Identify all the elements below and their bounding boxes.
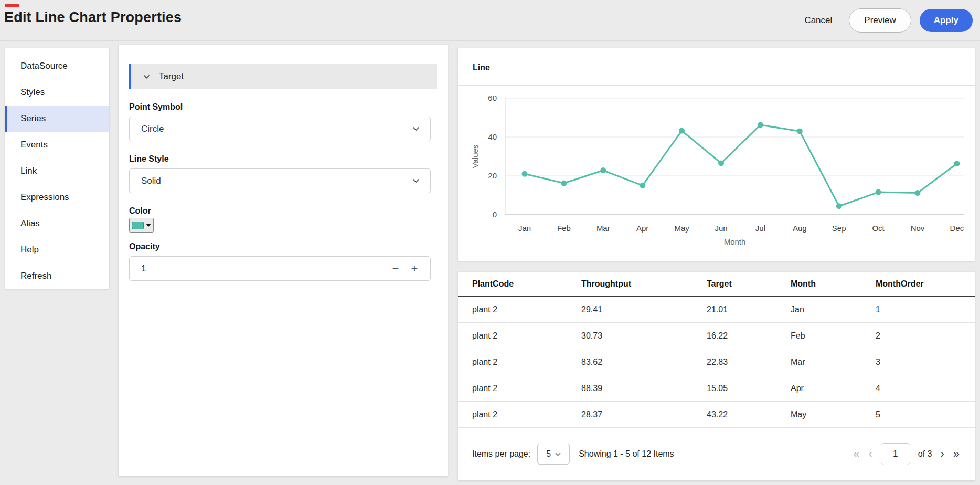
x-tick-label: Sep — [832, 224, 846, 233]
apply-button[interactable]: Apply — [920, 9, 973, 32]
table-cell: 3 — [876, 357, 975, 367]
accent-bar — [5, 4, 19, 7]
data-point — [679, 128, 685, 134]
showing-text: Showing 1 - 5 of 12 Items — [579, 449, 674, 459]
opacity-increment-button[interactable]: + — [405, 259, 424, 278]
x-axis-title: Month — [724, 237, 746, 246]
x-tick-label: May — [674, 224, 689, 233]
items-per-page-value: 5 — [546, 449, 551, 459]
y-tick-label: 20 — [488, 171, 497, 180]
sidebar-item-styles[interactable]: Styles — [5, 79, 109, 106]
point-symbol-value: Circle — [141, 124, 164, 134]
table-row: plant 228.3743.22May5 — [458, 402, 975, 428]
column-header-monthorder: MonthOrder — [876, 279, 975, 289]
table-cell: plant 2 — [472, 331, 581, 341]
table-cell: 1 — [876, 305, 975, 314]
sidebar-item-help[interactable]: Help — [5, 237, 109, 263]
table-cell: plant 2 — [472, 305, 581, 314]
table-cell: 4 — [876, 384, 975, 393]
cancel-button[interactable]: Cancel — [796, 15, 840, 26]
line-style-select[interactable]: Solid — [129, 168, 431, 193]
line-style-value: Solid — [141, 176, 161, 186]
column-header-plantcode: PlantCode — [472, 279, 581, 289]
page-number-input[interactable]: 1 — [881, 443, 910, 465]
line-chart: 0204060JanFebMarAprMayJunJulAugSepOctNov… — [458, 86, 975, 261]
last-page-button[interactable]: » — [953, 448, 960, 460]
first-page-button[interactable]: « — [853, 448, 860, 460]
column-header-throughtput: Throughtput — [581, 279, 707, 289]
data-point — [797, 128, 803, 134]
opacity-decrement-button[interactable]: − — [386, 259, 405, 278]
sidebar-item-alias[interactable]: Alias — [5, 210, 109, 237]
chart-card: Line 0204060JanFebMarAprMayJunJulAugSepO… — [458, 48, 975, 261]
pagination-bar: Items per page: 5 Showing 1 - 5 of 12 It… — [458, 428, 975, 480]
table-cell: May — [791, 410, 876, 419]
data-point — [915, 190, 921, 196]
table-row: plant 288.3915.05Apr4 — [458, 375, 975, 402]
page-header: Edit Line Chart Properties Cancel Previe… — [0, 0, 980, 41]
table-cell: 28.37 — [581, 410, 707, 419]
x-tick-label: Dec — [950, 224, 964, 233]
sidebar-item-datasource[interactable]: DataSource — [5, 53, 109, 79]
table-cell: Jan — [791, 305, 876, 314]
x-tick-label: Oct — [872, 224, 885, 233]
column-header-month: Month — [791, 279, 876, 289]
data-point — [876, 189, 881, 195]
chart-title: Line — [458, 48, 975, 86]
table-cell: 83.62 — [581, 357, 707, 367]
sidebar-item-events[interactable]: Events — [5, 132, 109, 158]
sidebar-item-expressions[interactable]: Expressions — [5, 184, 109, 210]
table-cell: plant 2 — [472, 410, 581, 419]
point-symbol-label: Point Symbol — [129, 102, 431, 112]
point-symbol-select[interactable]: Circle — [129, 117, 431, 141]
items-per-page-select[interactable]: 5 — [537, 444, 570, 465]
table-cell: 88.39 — [581, 384, 707, 393]
x-tick-label: Aug — [793, 224, 807, 233]
data-point — [640, 183, 645, 188]
opacity-label: Opacity — [129, 242, 431, 251]
data-point — [600, 167, 606, 173]
header-actions: Cancel Preview Apply — [796, 8, 973, 33]
chevron-down-icon — [143, 75, 150, 79]
data-point — [954, 161, 960, 166]
x-tick-label: Jul — [755, 224, 765, 233]
target-section-header[interactable]: Target — [129, 64, 437, 89]
color-picker-button[interactable] — [129, 218, 154, 233]
x-tick-label: Jan — [518, 224, 531, 233]
opacity-input[interactable]: 1 − + — [129, 256, 431, 281]
page-controls: « ‹ 1 of 3 › » — [853, 443, 960, 465]
column-header-target: Target — [707, 279, 791, 289]
table-row: plant 229.4121.01Jan1 — [458, 297, 975, 323]
table-cell: 22.83 — [707, 357, 791, 367]
page-title: Edit Line Chart Properties — [4, 9, 182, 26]
x-tick-label: Apr — [636, 224, 648, 233]
prev-page-button[interactable]: ‹ — [868, 448, 872, 460]
table-cell: Apr — [791, 384, 876, 393]
items-per-page-label: Items per page: — [472, 449, 530, 459]
table-header-row: PlantCodeThroughtputTargetMonthMonthOrde… — [458, 272, 975, 297]
table-cell: Mar — [791, 357, 876, 367]
caret-down-icon — [146, 224, 151, 227]
table-cell: 30.73 — [581, 331, 707, 341]
sidebar-item-series[interactable]: Series — [5, 106, 109, 132]
y-tick-label: 60 — [488, 93, 497, 102]
data-point — [836, 203, 842, 209]
table-cell: 2 — [876, 331, 975, 341]
table-row: plant 230.7316.22Feb2 — [458, 323, 975, 349]
next-page-button[interactable]: › — [940, 448, 944, 460]
data-point — [758, 122, 763, 128]
table-cell: Feb — [791, 331, 876, 341]
chevron-down-icon — [412, 126, 420, 131]
table-cell: 21.01 — [707, 305, 791, 314]
sidebar-item-link[interactable]: Link — [5, 158, 109, 184]
data-point — [718, 160, 724, 166]
y-tick-label: 40 — [488, 132, 497, 141]
preview-button[interactable]: Preview — [849, 8, 911, 33]
table-row: plant 283.6222.83Mar3 — [458, 349, 975, 375]
chevron-down-icon — [555, 452, 561, 456]
x-tick-label: Jun — [715, 224, 727, 233]
table-cell: plant 2 — [472, 384, 581, 393]
opacity-value: 1 — [141, 263, 386, 274]
data-table-card: PlantCodeThroughtputTargetMonthMonthOrde… — [458, 272, 975, 480]
sidebar-item-refresh[interactable]: Refresh — [5, 263, 109, 289]
